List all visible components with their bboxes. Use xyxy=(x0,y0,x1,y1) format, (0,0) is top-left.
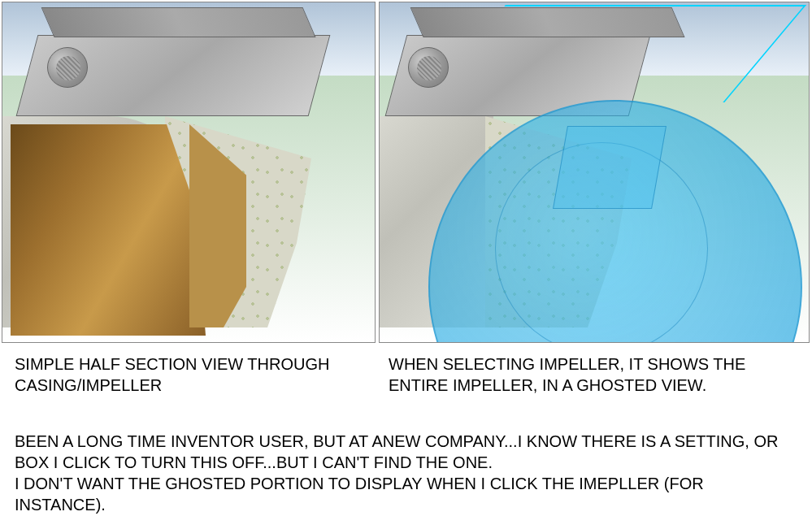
hex-bolt-icon xyxy=(47,47,88,88)
impeller-part-section xyxy=(11,124,206,336)
question-body-text: BEEN A LONG TIME INVENTOR USER, BUT AT A… xyxy=(15,431,795,515)
body-line-1: BEEN A LONG TIME INVENTOR USER, BUT AT A… xyxy=(15,431,795,473)
cad-view-left xyxy=(2,2,376,343)
caption-left: SIMPLE HALF SECTION VIEW THROUGH CASING/… xyxy=(15,353,372,396)
body-line-2: I DON'T WANT THE GHOSTED PORTION TO DISP… xyxy=(15,473,795,515)
comparison-images-row xyxy=(0,0,812,345)
cad-view-right xyxy=(379,2,810,343)
caption-right: WHEN SELECTING IMPELLER, IT SHOWS THE EN… xyxy=(389,353,803,396)
